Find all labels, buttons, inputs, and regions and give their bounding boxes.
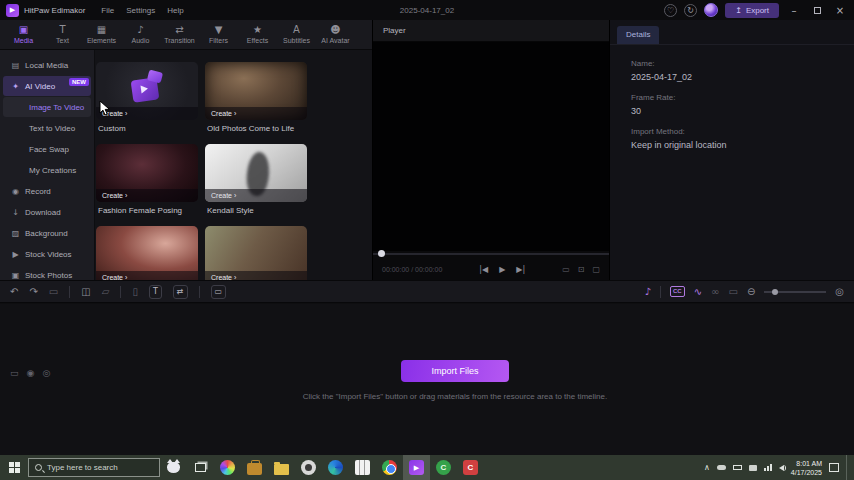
play-button[interactable]: ▶	[499, 265, 505, 274]
add-text-button[interactable]: T	[149, 285, 162, 299]
tab-transition[interactable]: ⇄Transition	[160, 23, 199, 46]
create-overlay[interactable]: Create ›	[205, 271, 307, 280]
minimize-button[interactable]: –	[786, 5, 802, 16]
menu-file[interactable]: File	[95, 4, 120, 17]
undo-button[interactable]: ↶	[10, 285, 18, 299]
sidebar-item-local-media[interactable]: ▤Local Media	[3, 55, 91, 75]
template-card[interactable]: Create › Kendall Style	[205, 144, 307, 221]
sidebar-item-stock-photos[interactable]: ▣Stock Photos	[3, 265, 91, 280]
fullscreen-button[interactable]: ▢	[592, 265, 600, 274]
sidebar-item-ai-video[interactable]: ✦AI VideoNEW	[3, 76, 91, 96]
tab-effects[interactable]: ★Effects	[238, 23, 277, 46]
captions-button[interactable]: CC	[670, 286, 685, 297]
sidebar-item-record[interactable]: ◉Record	[3, 181, 91, 201]
onedrive-icon[interactable]	[717, 465, 726, 470]
tab-filters[interactable]: ▼Filters	[199, 23, 238, 46]
thumbnail-old-photos[interactable]: Create ›	[205, 62, 307, 120]
aspect-ratio-button[interactable]: ▭	[562, 265, 570, 274]
taskbar-mascot-button[interactable]	[160, 455, 187, 480]
tray-chevron-icon[interactable]: ∧	[704, 463, 710, 472]
audio-wave-button[interactable]: ∿	[694, 285, 702, 299]
seek-bar[interactable]	[373, 251, 609, 258]
sidebar-item-face-swap[interactable]: Face Swap	[3, 139, 91, 159]
template-card[interactable]: Create › Old Photos Come to Life	[205, 62, 307, 139]
sidebar-item-download[interactable]: ↓Download	[3, 202, 91, 222]
next-frame-button[interactable]: ▶|	[516, 265, 525, 274]
user-avatar[interactable]	[704, 3, 718, 17]
fit-timeline-button[interactable]: ◎	[835, 285, 844, 299]
track-lock-icon[interactable]: ◉	[27, 368, 35, 378]
thumbnail-fashion[interactable]: Create ›	[96, 144, 198, 202]
menu-settings[interactable]: Settings	[120, 4, 161, 17]
tab-subtitles[interactable]: ASubtitles	[277, 23, 316, 46]
prev-frame-button[interactable]: |◀	[479, 265, 488, 274]
thumbnail-partial-1[interactable]: Create ›	[96, 226, 198, 280]
taskbar-app-grey[interactable]	[295, 455, 322, 480]
template-card[interactable]: Create › Fashion Female Posing	[96, 144, 198, 221]
feedback-heart-icon[interactable]: ♡	[664, 4, 677, 17]
tab-text[interactable]: TText	[43, 23, 82, 46]
create-overlay[interactable]: Create ›	[96, 271, 198, 280]
split-button[interactable]: ◫	[81, 285, 90, 299]
import-files-button[interactable]: Import Files	[401, 360, 508, 382]
sidebar-item-stock-videos[interactable]: ▶Stock Videos	[3, 244, 91, 264]
template-card[interactable]: Create ›	[96, 226, 198, 280]
show-desktop-button[interactable]	[846, 455, 850, 480]
template-card[interactable]: Create ›	[205, 226, 307, 280]
timeline-area[interactable]: ▭ ◉ ◎ Import Files Click the "Import Fil…	[0, 304, 854, 455]
tab-ai-avatar[interactable]: ☻AI Avatar	[316, 23, 355, 46]
taskbar-app-window[interactable]	[349, 455, 376, 480]
zoom-slider-thumb[interactable]	[772, 289, 778, 295]
menu-help[interactable]: Help	[161, 4, 189, 17]
tab-audio[interactable]: ♪Audio	[121, 23, 160, 46]
update-icon[interactable]: ↻	[684, 4, 697, 17]
tab-media[interactable]: ▣Media	[4, 23, 43, 46]
zoom-out-button[interactable]: ⊖	[747, 285, 755, 299]
sidebar-item-image-to-video[interactable]: Image To Video	[3, 97, 91, 117]
network-icon[interactable]	[764, 464, 772, 471]
taskbar-clock[interactable]: 8:01 AM 4/17/2025	[791, 459, 822, 477]
thumbnail-partial-2[interactable]: Create ›	[205, 226, 307, 280]
tray-folder-icon[interactable]	[749, 465, 757, 471]
task-view-button[interactable]	[187, 455, 214, 480]
video-preview[interactable]	[373, 42, 609, 251]
create-overlay[interactable]: Create ›	[96, 189, 198, 202]
track-delete-icon[interactable]: ▭	[10, 368, 19, 378]
sidebar-item-my-creations[interactable]: My Creations	[3, 160, 91, 180]
track-visibility-icon[interactable]: ◎	[42, 368, 50, 378]
mask-button[interactable]: ▯	[132, 285, 138, 299]
taskbar-app-edge[interactable]	[322, 455, 349, 480]
battery-icon[interactable]	[733, 465, 742, 470]
taskbar-app-red-c[interactable]: C	[457, 455, 484, 480]
sidebar-item-background[interactable]: ▨Background	[3, 223, 91, 243]
taskbar-search-input[interactable]: Type here to search	[28, 458, 160, 477]
delete-button[interactable]: ▭	[49, 285, 58, 299]
link-clips-button[interactable]: ∞	[711, 285, 719, 299]
crop-button[interactable]: ▱	[102, 285, 110, 299]
taskbar-app-briefcase[interactable]	[241, 455, 268, 480]
taskbar-app-photos[interactable]	[214, 455, 241, 480]
snapshot-button[interactable]: ⊡	[578, 265, 585, 274]
speech-to-text-button[interactable]: ⇄	[173, 285, 188, 299]
thumbnail-kendall[interactable]: Create ›	[205, 144, 307, 202]
timeline-zoom-slider[interactable]	[764, 291, 826, 293]
maximize-button[interactable]	[809, 5, 825, 16]
action-center-icon[interactable]	[829, 463, 839, 472]
close-button[interactable]: ×	[832, 5, 848, 16]
taskbar-app-explorer[interactable]	[268, 455, 295, 480]
start-button[interactable]	[0, 455, 28, 480]
create-overlay[interactable]: Create ›	[205, 107, 307, 120]
create-overlay[interactable]: Create ›	[205, 189, 307, 202]
freeze-frame-button[interactable]: ▭	[211, 285, 227, 299]
tab-elements[interactable]: ▦Elements	[82, 23, 121, 46]
playhead-handle[interactable]	[378, 250, 385, 257]
redo-button[interactable]: ↷	[29, 285, 37, 299]
taskbar-app-edimakor-active[interactable]: ▶	[403, 455, 430, 480]
taskbar-app-green-c[interactable]: C	[430, 455, 457, 480]
magnet-snap-button[interactable]: ▭	[728, 285, 737, 299]
speaker-icon[interactable]	[779, 465, 784, 471]
export-button[interactable]: ↥ Export	[725, 3, 779, 18]
tab-details[interactable]: Details	[617, 26, 659, 44]
sidebar-item-text-to-video[interactable]: Text to Video	[3, 118, 91, 138]
taskbar-app-chrome[interactable]	[376, 455, 403, 480]
